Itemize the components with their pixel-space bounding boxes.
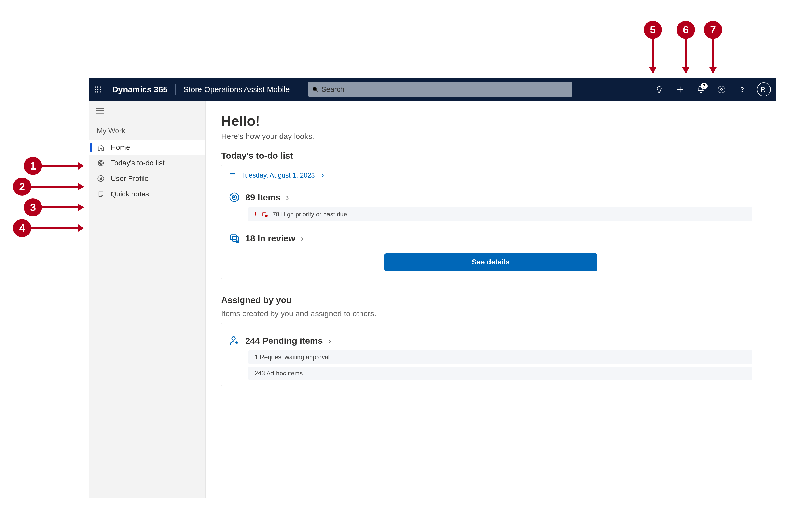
app-name: Store Operations Assist Mobile [183, 85, 290, 94]
annotation-bubble-7: 7 [704, 21, 722, 39]
svg-point-4 [97, 89, 98, 90]
sidebar-item-userprofile[interactable]: User Profile [89, 171, 205, 186]
lightbulb-icon[interactable] [653, 83, 665, 96]
app-launcher-icon[interactable] [93, 86, 103, 93]
chevron-right-icon: › [301, 234, 304, 243]
sidebar-item-label: Home [111, 143, 130, 152]
assigned-section-subtitle: Items created by you and assigned to oth… [221, 309, 760, 318]
sidebar-item-todo[interactable]: Today's to-do list [89, 155, 205, 171]
add-icon[interactable] [674, 83, 686, 96]
svg-point-13 [721, 88, 723, 90]
annotation-bubble-6: 6 [677, 21, 695, 39]
svg-point-36 [232, 337, 235, 340]
todo-section-title: Today's to-do list [221, 151, 760, 161]
page-greeting: Hello! [221, 113, 760, 129]
todo-card: Tuesday, August 1, 2023 89 Items › ! 78 … [221, 165, 760, 279]
todo-highpriority-label: 78 High priority or past due [272, 211, 347, 218]
user-icon [97, 175, 105, 182]
assigned-card: 244 Pending items › 1 Request waiting ap… [221, 323, 760, 387]
annotation-bubble-3: 3 [24, 198, 42, 217]
svg-point-29 [234, 197, 235, 198]
todo-date-picker[interactable]: Tuesday, August 1, 2023 [229, 171, 752, 186]
sidebar-item-label: Today's to-do list [111, 159, 165, 167]
settings-gear-icon[interactable] [715, 83, 728, 96]
sidebar-item-label: User Profile [111, 174, 149, 183]
svg-point-8 [99, 91, 101, 93]
page-subgreeting: Here's how your day looks. [221, 132, 760, 141]
annotation-bubble-5: 5 [644, 21, 662, 39]
home-icon [97, 144, 105, 151]
assigned-sub1: 1 Request waiting approval [248, 350, 752, 364]
see-details-button[interactable]: See details [385, 253, 597, 271]
brand-name: Dynamics 365 [112, 85, 167, 94]
notification-count-badge: 7 [701, 83, 708, 89]
sidebar-item-quicknotes[interactable]: Quick notes [89, 186, 205, 202]
svg-point-3 [95, 89, 96, 90]
todo-date-label: Tuesday, August 1, 2023 [241, 171, 315, 179]
sidebar-item-home[interactable]: Home [89, 140, 205, 155]
chevron-right-icon: › [286, 193, 289, 202]
app-frame: Dynamics 365 Store Operations Assist Mob… [89, 78, 776, 498]
sidebar-group-label: My Work [89, 122, 205, 140]
todo-items-row[interactable]: 89 Items › [229, 186, 752, 204]
svg-point-0 [95, 86, 96, 88]
todo-items-count: 89 Items [245, 192, 280, 202]
annotation-bubble-1: 1 [24, 157, 42, 175]
sidebar-item-label: Quick notes [111, 190, 149, 198]
svg-point-2 [99, 86, 101, 88]
svg-line-35 [238, 242, 239, 243]
svg-point-14 [742, 91, 742, 92]
calendar-alert-icon [262, 211, 268, 218]
assigned-section-title: Assigned by you [221, 295, 760, 305]
svg-rect-32 [231, 235, 236, 240]
chevron-right-icon: › [328, 336, 331, 346]
todo-inreview-label: 18 In review [245, 233, 295, 243]
svg-point-20 [100, 163, 101, 164]
user-avatar[interactable]: R. [757, 82, 771, 96]
topbar: Dynamics 365 Store Operations Assist Mob… [89, 78, 776, 101]
svg-rect-33 [232, 236, 238, 241]
assigned-pending-row[interactable]: 244 Pending items › [229, 329, 752, 348]
search-input[interactable]: Search [308, 82, 572, 97]
annotation-bubble-2: 2 [13, 178, 31, 196]
svg-point-5 [99, 89, 101, 90]
svg-point-9 [313, 87, 317, 91]
help-icon[interactable] [736, 83, 748, 96]
assigned-sub2: 243 Ad-hoc items [248, 366, 752, 380]
sidebar: My Work Home Today's to-do list User Pro… [89, 101, 206, 498]
todo-inreview-row[interactable]: 18 In review › [229, 227, 752, 246]
svg-rect-23 [230, 173, 235, 178]
target-icon [97, 159, 105, 167]
notification-bell-icon[interactable]: 7 [695, 83, 707, 96]
note-icon [97, 190, 105, 198]
todo-highpriority-strip: ! 78 High priority or past due [248, 207, 752, 222]
svg-line-10 [316, 90, 318, 92]
annotation-bubble-4: 4 [13, 219, 31, 237]
sidebar-collapse-icon[interactable] [89, 106, 205, 122]
main-content: Hello! Here's how your day looks. Today'… [206, 101, 776, 498]
search-placeholder: Search [321, 85, 344, 94]
svg-point-31 [265, 215, 267, 217]
assigned-pending-label: 244 Pending items [245, 336, 323, 346]
svg-point-22 [100, 177, 102, 179]
svg-point-7 [97, 91, 98, 93]
svg-point-6 [95, 91, 96, 93]
alert-icon: ! [255, 210, 257, 218]
svg-point-1 [97, 86, 98, 88]
